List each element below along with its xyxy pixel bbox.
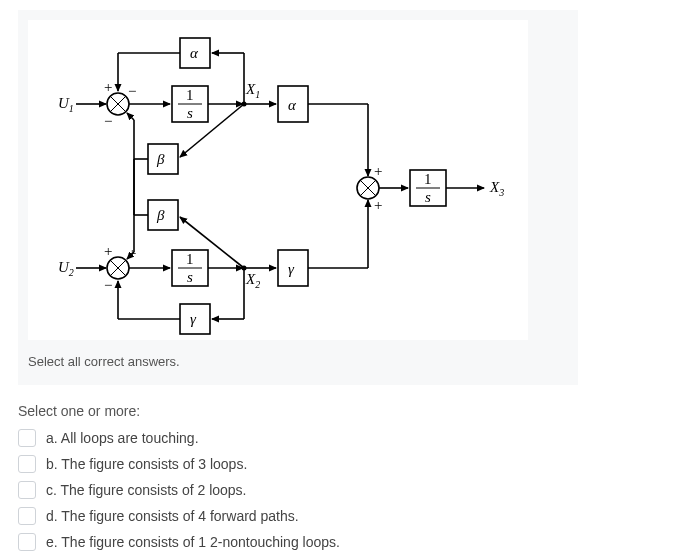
- label-x1: X1: [245, 81, 260, 100]
- option-e[interactable]: e. The figure consists of 1 2-nontouchin…: [18, 533, 682, 551]
- svg-line-35: [127, 113, 134, 120]
- option-label: b. The figure consists of 3 loops.: [46, 456, 247, 472]
- option-a[interactable]: a. All loops are touching.: [18, 429, 682, 447]
- checkbox-icon[interactable]: [18, 533, 36, 551]
- label-u2: U2: [58, 259, 74, 278]
- sign-plus: +: [104, 79, 112, 95]
- alpha-feedback-text: α: [190, 45, 199, 61]
- option-c[interactable]: c. The figure consists of 2 loops.: [18, 481, 682, 499]
- option-label: e. The figure consists of 1 2-nontouchin…: [46, 534, 340, 550]
- label-x3: X3: [489, 179, 504, 198]
- options-list: a. All loops are touching. b. The figure…: [18, 429, 682, 551]
- label-u1: U1: [58, 95, 74, 114]
- beta-top-text: β: [156, 151, 165, 167]
- integrator1-num: 1: [186, 87, 194, 103]
- integrator3-den: s: [425, 189, 431, 205]
- option-d[interactable]: d. The figure consists of 4 forward path…: [18, 507, 682, 525]
- sign-plus: +: [104, 243, 112, 259]
- sign-minus: −: [104, 277, 112, 293]
- integrator2-num: 1: [186, 251, 194, 267]
- checkbox-icon[interactable]: [18, 507, 36, 525]
- select-prompt: Select one or more:: [18, 403, 682, 419]
- block-diagram: U1 + − − 1 s X1 α α: [28, 20, 528, 340]
- diagram-panel: U1 + − − 1 s X1 α α: [18, 10, 578, 385]
- option-b[interactable]: b. The figure consists of 3 loops.: [18, 455, 682, 473]
- checkbox-icon[interactable]: [18, 429, 36, 447]
- label-x2: X2: [245, 271, 260, 290]
- checkbox-icon[interactable]: [18, 455, 36, 473]
- sign-plus: +: [374, 197, 382, 213]
- option-label: c. The figure consists of 2 loops.: [46, 482, 247, 498]
- alpha-forward-text: α: [288, 97, 297, 113]
- checkbox-icon[interactable]: [18, 481, 36, 499]
- integrator3-num: 1: [424, 171, 432, 187]
- option-label: d. The figure consists of 4 forward path…: [46, 508, 299, 524]
- integrator1-den: s: [187, 105, 193, 121]
- integrator2-den: s: [187, 269, 193, 285]
- option-label: a. All loops are touching.: [46, 430, 199, 446]
- diagram-instruction: Select all correct answers.: [28, 354, 568, 369]
- beta-bottom-text: β: [156, 207, 165, 223]
- sign-minus: −: [128, 83, 136, 99]
- sign-plus: +: [374, 163, 382, 179]
- sign-minus: −: [104, 113, 112, 129]
